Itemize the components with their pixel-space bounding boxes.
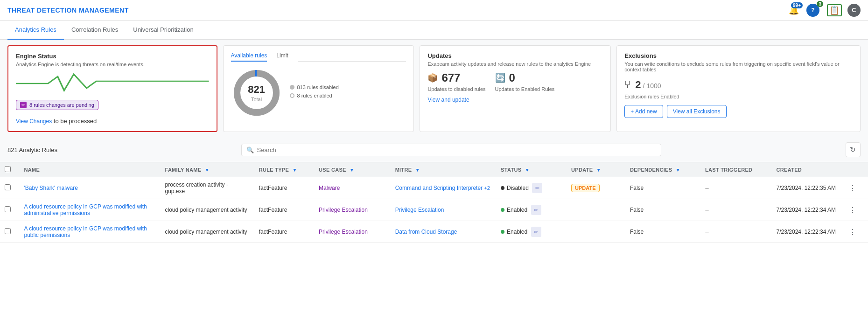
table-row: 'Baby Shark' malware process creation ac… [0, 177, 868, 199]
row-more-menu: ⋮ [842, 221, 868, 243]
use-case-link[interactable]: Privilege Escalation [319, 229, 368, 235]
col-header-update[interactable]: UPDATE ▼ [567, 162, 625, 177]
row-name: A cloud resource policy in GCP was modif… [20, 199, 161, 221]
col-header-created: CREATED [772, 162, 842, 177]
status-dot [501, 208, 504, 212]
use-case-link[interactable]: Malware [319, 185, 340, 191]
disabled-updates-item: 📦 677 Updates to disabled rules [427, 71, 485, 92]
row-mitre: Command and Scripting Interpreter +2 [391, 177, 496, 199]
row-checkbox[interactable] [5, 228, 11, 234]
rules-donut-card: Available rules Limit 821 Total [223, 45, 414, 132]
view-changes-row: View Changes to be processed [16, 118, 209, 125]
updates-card: Updates Exabeam activity updates and rel… [420, 45, 611, 132]
col-header-ruletype[interactable]: RULE TYPE ▼ [254, 162, 314, 177]
available-rules-tab[interactable]: Available rules [231, 52, 267, 62]
row-checkbox[interactable] [5, 184, 11, 190]
exclusions-description: You can write conditions to exclude some… [624, 61, 853, 72]
rules-table: NAME FAMILY NAME ▼ RULE TYPE ▼ USE CASE … [0, 162, 868, 243]
notifications-button[interactable]: 🔔 99+ [787, 3, 801, 17]
status-badge: Enabled [501, 207, 527, 213]
notifications-badge: 99+ [791, 2, 803, 8]
tab-analytics-rules[interactable]: Analytics Rules [7, 21, 64, 40]
user-avatar[interactable]: C [847, 4, 861, 17]
package-icon: 📦 [427, 73, 438, 83]
disabled-dot [290, 85, 294, 90]
pending-badge: ✏ 8 rules changes are pending [16, 100, 98, 110]
donut-legend: 813 rules disabled 8 rules enabled [290, 84, 339, 101]
status-dot [501, 230, 504, 234]
search-input[interactable] [257, 146, 656, 153]
row-status: Disabled ✏ [496, 177, 567, 199]
row-update: UPDATE [567, 177, 625, 199]
status-badge: Enabled [501, 229, 527, 235]
rule-name-link[interactable]: A cloud resource policy in GCP was modif… [24, 225, 147, 238]
row-usecase: Malware [314, 177, 391, 199]
rule-name-link[interactable]: 'Baby Shark' malware [24, 185, 78, 191]
refresh-icon: 🔄 [495, 73, 505, 83]
tab-correlation-rules[interactable]: Correlation Rules [64, 21, 126, 40]
select-all-checkbox[interactable] [5, 166, 11, 172]
sparkline-chart [16, 72, 209, 95]
row-usecase: Privilege Escalation [314, 221, 391, 243]
donut-label: Total [251, 97, 262, 102]
col-header-family[interactable]: FAMILY NAME ▼ [160, 162, 254, 177]
col-header-usecase[interactable]: USE CASE ▼ [314, 162, 391, 177]
row-status: Enabled ✏ [496, 221, 567, 243]
mitre-link[interactable]: Data from Cloud Storage [395, 229, 457, 235]
limit-tab[interactable]: Limit [276, 52, 288, 62]
mitre-link[interactable]: Command and Scripting Interpreter [395, 185, 483, 191]
use-case-link[interactable]: Privilege Escalation [319, 207, 368, 213]
view-update-link[interactable]: View and update [427, 97, 603, 103]
more-menu-button[interactable]: ⋮ [847, 184, 858, 193]
col-header-name[interactable]: NAME [20, 162, 161, 177]
disabled-updates-num: 677 [441, 71, 460, 84]
more-menu-button[interactable]: ⋮ [847, 228, 858, 236]
tab-universal-prioritization[interactable]: Universal Prioritization [126, 21, 201, 40]
col-header-mitre[interactable]: MITRE ▼ [391, 162, 496, 177]
enabled-dot [290, 93, 294, 98]
edit-row-button[interactable]: ✏ [532, 183, 542, 193]
mitre-more[interactable]: +2 [484, 185, 490, 191]
add-new-exclusion-button[interactable]: + Add new [624, 105, 663, 118]
enabled-updates-item: 🔄 0 Updates to Enabled Rules [495, 71, 555, 92]
exclusion-count-row: ⑂ 2 / 1000 [624, 79, 853, 91]
enabled-updates-row: 🔄 0 [495, 71, 555, 84]
donut-center: 821 Total [248, 83, 265, 103]
view-changes-suffix: to be processed [52, 118, 97, 125]
disabled-legend: 813 rules disabled [290, 84, 339, 90]
tabs-bar: Analytics Rules Correlation Rules Univer… [0, 21, 868, 40]
row-last-triggered: -- [700, 177, 772, 199]
row-family: cloud policy management activity [160, 221, 254, 243]
refresh-button[interactable]: ↻ [846, 142, 861, 157]
enabled-updates-label: Updates to Enabled Rules [495, 86, 555, 92]
updates-title: Updates [427, 52, 603, 59]
edit-row-button[interactable]: ✏ [531, 205, 541, 215]
search-icon: 🔍 [246, 146, 254, 153]
clipboard-button[interactable]: 📋 [825, 3, 844, 17]
updates-grid: 📦 677 Updates to disabled rules 🔄 0 Upda… [427, 71, 603, 92]
view-all-exclusions-button[interactable]: View all Exclusions [667, 105, 727, 118]
more-menu-button[interactable]: ⋮ [847, 206, 858, 215]
mitre-link[interactable]: Privilege Escalation [395, 207, 444, 213]
pending-label: 8 rules changes are pending [29, 102, 94, 108]
engine-status-card: Engine Status Analytics Engine is detect… [7, 45, 217, 132]
view-changes-link[interactable]: View Changes [16, 118, 52, 125]
col-header-more [842, 162, 868, 177]
table-header-row: 821 Analytic Rules 🔍 ↻ [0, 138, 868, 162]
edit-row-button[interactable]: ✏ [531, 227, 541, 237]
app-header: THREAT DETECTION MANAGEMENT 🔔 99+ ? 3 📋 … [0, 0, 868, 21]
row-checkbox-cell [0, 221, 20, 243]
col-header-status[interactable]: STATUS ▼ [496, 162, 567, 177]
row-created: 7/23/2024, 12:22:34 AM [772, 199, 842, 221]
help-button[interactable]: ? 3 [805, 2, 821, 19]
row-checkbox-cell [0, 199, 20, 221]
table-row: A cloud resource policy in GCP was modif… [0, 221, 868, 243]
branch-icon: ⑂ [624, 79, 630, 91]
row-last-triggered: -- [700, 199, 772, 221]
engine-status-subtitle: Analytics Engine is detecting threats on… [16, 62, 209, 67]
status-badge: Disabled [501, 185, 529, 191]
rule-name-link[interactable]: A cloud resource policy in GCP was modif… [24, 203, 147, 216]
col-header-dependencies[interactable]: DEPENDENCIES ▼ [625, 162, 700, 177]
row-more-menu: ⋮ [842, 177, 868, 199]
row-checkbox[interactable] [5, 206, 11, 212]
